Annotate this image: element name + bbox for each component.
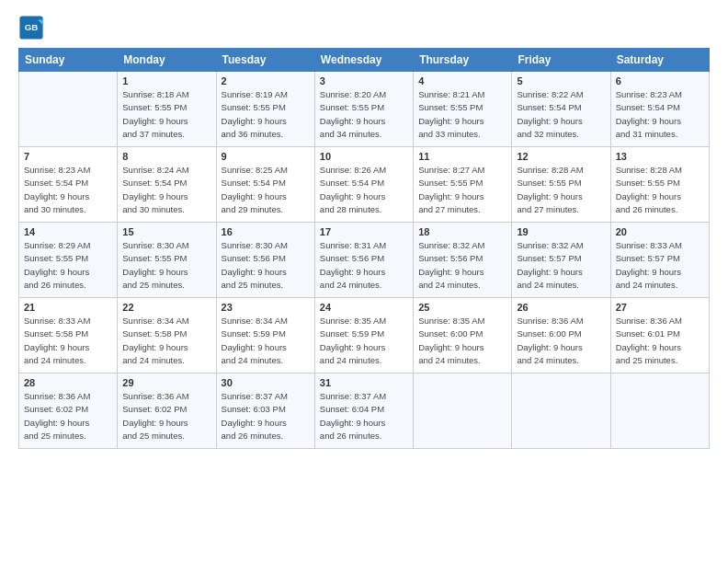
day-number: 7 [24, 151, 112, 162]
day-number: 1 [122, 75, 210, 86]
day-info: Sunrise: 8:32 AMSunset: 5:57 PMDaylight:… [517, 239, 605, 292]
week-row-4: 28Sunrise: 8:36 AMSunset: 6:02 PMDayligh… [19, 373, 710, 449]
calendar-cell: 27Sunrise: 8:36 AMSunset: 6:01 PMDayligh… [610, 298, 709, 373]
calendar-cell: 23Sunrise: 8:34 AMSunset: 5:59 PMDayligh… [216, 298, 314, 373]
day-number: 29 [122, 377, 210, 388]
weekday-tuesday: Tuesday [216, 49, 314, 72]
day-number: 16 [222, 226, 310, 237]
weekday-monday: Monday [118, 49, 216, 72]
day-number: 18 [418, 226, 506, 237]
day-number: 30 [222, 377, 310, 388]
calendar-cell [512, 373, 610, 449]
day-info: Sunrise: 8:20 AMSunset: 5:55 PMDaylight:… [320, 88, 408, 141]
week-row-1: 7Sunrise: 8:23 AMSunset: 5:54 PMDaylight… [19, 147, 710, 223]
day-number: 15 [122, 226, 210, 237]
calendar-cell: 11Sunrise: 8:27 AMSunset: 5:55 PMDayligh… [414, 147, 512, 223]
day-number: 11 [418, 151, 506, 162]
day-number: 20 [616, 226, 704, 237]
day-info: Sunrise: 8:26 AMSunset: 5:54 PMDaylight:… [320, 164, 408, 216]
day-info: Sunrise: 8:19 AMSunset: 5:55 PMDaylight:… [222, 88, 310, 141]
day-number: 25 [418, 302, 506, 313]
calendar-cell: 25Sunrise: 8:35 AMSunset: 6:00 PMDayligh… [414, 298, 512, 373]
svg-text:GB: GB [25, 22, 39, 32]
day-number: 6 [616, 75, 704, 86]
day-number: 8 [122, 151, 210, 162]
calendar-cell: 20Sunrise: 8:33 AMSunset: 5:57 PMDayligh… [610, 223, 709, 298]
day-info: Sunrise: 8:36 AMSunset: 6:01 PMDaylight:… [616, 315, 704, 367]
calendar-cell: 5Sunrise: 8:22 AMSunset: 5:54 PMDaylight… [512, 72, 610, 147]
day-info: Sunrise: 8:37 AMSunset: 6:04 PMDaylight:… [320, 390, 408, 442]
calendar-cell: 9Sunrise: 8:25 AMSunset: 5:54 PMDaylight… [216, 147, 314, 223]
day-number: 2 [222, 75, 310, 86]
calendar-cell: 6Sunrise: 8:23 AMSunset: 5:54 PMDaylight… [610, 72, 709, 147]
calendar-cell: 13Sunrise: 8:28 AMSunset: 5:55 PMDayligh… [610, 147, 709, 223]
day-info: Sunrise: 8:23 AMSunset: 5:54 PMDaylight:… [24, 164, 112, 216]
day-number: 17 [320, 226, 408, 237]
header: GB [18, 15, 710, 40]
day-info: Sunrise: 8:30 AMSunset: 5:55 PMDaylight:… [122, 239, 210, 292]
week-row-3: 21Sunrise: 8:33 AMSunset: 5:58 PMDayligh… [19, 298, 710, 373]
day-info: Sunrise: 8:33 AMSunset: 5:58 PMDaylight:… [24, 315, 112, 367]
day-info: Sunrise: 8:21 AMSunset: 5:55 PMDaylight:… [418, 88, 506, 141]
day-info: Sunrise: 8:32 AMSunset: 5:56 PMDaylight:… [418, 239, 506, 292]
weekday-header-row: SundayMondayTuesdayWednesdayThursdayFrid… [19, 49, 710, 72]
calendar-cell: 1Sunrise: 8:18 AMSunset: 5:55 PMDaylight… [118, 72, 216, 147]
day-number: 14 [24, 226, 112, 237]
calendar-cell [19, 72, 118, 147]
day-number: 19 [517, 226, 605, 237]
day-number: 9 [222, 151, 310, 162]
day-number: 26 [517, 302, 605, 313]
day-info: Sunrise: 8:22 AMSunset: 5:54 PMDaylight:… [517, 88, 605, 141]
calendar-cell: 18Sunrise: 8:32 AMSunset: 5:56 PMDayligh… [414, 223, 512, 298]
day-info: Sunrise: 8:23 AMSunset: 5:54 PMDaylight:… [616, 88, 704, 141]
calendar-cell: 2Sunrise: 8:19 AMSunset: 5:55 PMDaylight… [216, 72, 314, 147]
day-info: Sunrise: 8:28 AMSunset: 5:55 PMDaylight:… [616, 164, 704, 216]
day-info: Sunrise: 8:36 AMSunset: 6:00 PMDaylight:… [517, 315, 605, 367]
calendar-table: SundayMondayTuesdayWednesdayThursdayFrid… [18, 48, 710, 449]
day-number: 28 [24, 377, 112, 388]
calendar-cell: 4Sunrise: 8:21 AMSunset: 5:55 PMDaylight… [414, 72, 512, 147]
day-info: Sunrise: 8:24 AMSunset: 5:54 PMDaylight:… [122, 164, 210, 216]
calendar-cell: 28Sunrise: 8:36 AMSunset: 6:02 PMDayligh… [19, 373, 118, 449]
day-info: Sunrise: 8:35 AMSunset: 6:00 PMDaylight:… [418, 315, 506, 367]
day-info: Sunrise: 8:35 AMSunset: 5:59 PMDaylight:… [320, 315, 408, 367]
day-number: 31 [320, 377, 408, 388]
calendar-cell: 12Sunrise: 8:28 AMSunset: 5:55 PMDayligh… [512, 147, 610, 223]
day-info: Sunrise: 8:30 AMSunset: 5:56 PMDaylight:… [222, 239, 310, 292]
calendar-cell: 21Sunrise: 8:33 AMSunset: 5:58 PMDayligh… [19, 298, 118, 373]
day-number: 27 [616, 302, 704, 313]
calendar-cell: 26Sunrise: 8:36 AMSunset: 6:00 PMDayligh… [512, 298, 610, 373]
calendar-cell: 14Sunrise: 8:29 AMSunset: 5:55 PMDayligh… [19, 223, 118, 298]
weekday-saturday: Saturday [610, 49, 709, 72]
calendar-cell: 7Sunrise: 8:23 AMSunset: 5:54 PMDaylight… [19, 147, 118, 223]
calendar-cell: 24Sunrise: 8:35 AMSunset: 5:59 PMDayligh… [314, 298, 413, 373]
weekday-thursday: Thursday [414, 49, 512, 72]
day-number: 10 [320, 151, 408, 162]
day-number: 23 [222, 302, 310, 313]
logo: GB [18, 15, 48, 40]
weekday-wednesday: Wednesday [314, 49, 413, 72]
calendar-cell: 30Sunrise: 8:37 AMSunset: 6:03 PMDayligh… [216, 373, 314, 449]
calendar-cell: 10Sunrise: 8:26 AMSunset: 5:54 PMDayligh… [314, 147, 413, 223]
day-number: 13 [616, 151, 704, 162]
page: GB SundayMondayTuesdayWednesdayThursdayF… [0, 0, 728, 563]
day-number: 4 [418, 75, 506, 86]
week-row-0: 1Sunrise: 8:18 AMSunset: 5:55 PMDaylight… [19, 72, 710, 147]
day-number: 21 [24, 302, 112, 313]
calendar-cell: 8Sunrise: 8:24 AMSunset: 5:54 PMDaylight… [118, 147, 216, 223]
day-info: Sunrise: 8:34 AMSunset: 5:58 PMDaylight:… [122, 315, 210, 367]
day-number: 12 [517, 151, 605, 162]
day-info: Sunrise: 8:37 AMSunset: 6:03 PMDaylight:… [222, 390, 310, 442]
calendar-cell: 19Sunrise: 8:32 AMSunset: 5:57 PMDayligh… [512, 223, 610, 298]
day-info: Sunrise: 8:27 AMSunset: 5:55 PMDaylight:… [418, 164, 506, 216]
day-info: Sunrise: 8:36 AMSunset: 6:02 PMDaylight:… [122, 390, 210, 442]
day-number: 3 [320, 75, 408, 86]
calendar-cell [610, 373, 709, 449]
calendar-cell: 29Sunrise: 8:36 AMSunset: 6:02 PMDayligh… [118, 373, 216, 449]
calendar-cell: 15Sunrise: 8:30 AMSunset: 5:55 PMDayligh… [118, 223, 216, 298]
calendar-cell: 22Sunrise: 8:34 AMSunset: 5:58 PMDayligh… [118, 298, 216, 373]
day-info: Sunrise: 8:36 AMSunset: 6:02 PMDaylight:… [24, 390, 112, 442]
day-info: Sunrise: 8:18 AMSunset: 5:55 PMDaylight:… [122, 88, 210, 141]
logo-icon: GB [18, 15, 44, 40]
calendar-cell: 3Sunrise: 8:20 AMSunset: 5:55 PMDaylight… [314, 72, 413, 147]
